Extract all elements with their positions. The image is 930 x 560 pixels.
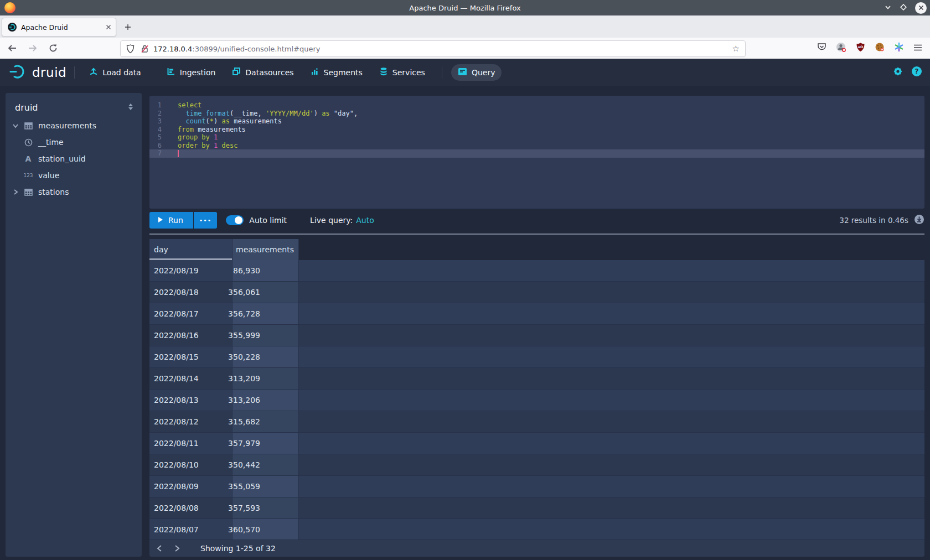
cell-measurements[interactable]: 356,061: [232, 282, 299, 303]
header-divider: [442, 66, 442, 79]
next-page-button[interactable]: [169, 541, 185, 556]
live-query-value[interactable]: Auto: [356, 216, 374, 225]
download-results-icon[interactable]: [914, 214, 924, 226]
cell-day[interactable]: 2022/08/19: [149, 260, 232, 281]
url-bar[interactable]: 172.18.0.4:30899/unified-console.html#qu…: [120, 40, 746, 57]
cell-day[interactable]: 2022/08/15: [149, 346, 232, 367]
tree-item-station-uuid[interactable]: A station_uuid: [6, 151, 142, 167]
services-icon: [379, 67, 388, 77]
cell-day[interactable]: 2022/08/17: [149, 303, 232, 324]
row-filler: [299, 260, 924, 281]
row-filler: [299, 519, 924, 540]
nav-datasources[interactable]: Datasources: [225, 64, 300, 81]
cell-day[interactable]: 2022/08/18: [149, 282, 232, 303]
druid-brand[interactable]: druid: [9, 63, 66, 82]
column-header-label: day: [154, 245, 168, 254]
new-tab-button[interactable]: [121, 20, 135, 34]
browser-tab[interactable]: Apache Druid: [2, 18, 116, 37]
window-maximize-button[interactable]: [900, 3, 907, 13]
nav-load-data[interactable]: Load data: [82, 64, 148, 81]
cell-day[interactable]: 2022/08/09: [149, 476, 232, 497]
url-text[interactable]: 172.18.0.4:30899/unified-console.html#qu…: [153, 45, 732, 53]
cell-measurements[interactable]: 355,059: [232, 476, 299, 497]
tree-item-measurements[interactable]: measurements: [6, 117, 142, 134]
schema-sidebar: druid measurements: [6, 93, 142, 557]
cell-day[interactable]: 2022/08/08: [149, 497, 232, 518]
cell-day[interactable]: 2022/08/11: [149, 433, 232, 454]
cell-day[interactable]: 2022/08/10: [149, 454, 232, 475]
cell-day[interactable]: 2022/08/16: [149, 325, 232, 346]
code-line: order by 1 desc: [178, 142, 924, 150]
cell-measurements[interactable]: 357,979: [232, 433, 299, 454]
chevron-down-icon[interactable]: [11, 122, 20, 129]
run-more-button[interactable]: •••: [194, 212, 217, 229]
ublock-origin-icon[interactable]: uO: [856, 43, 865, 54]
pocket-icon[interactable]: [817, 43, 826, 54]
cell-measurements[interactable]: 350,442: [232, 454, 299, 475]
code-line: from measurements: [178, 126, 924, 134]
colorful-asterisk-extension-icon[interactable]: [894, 42, 904, 54]
cell-measurements[interactable]: 356,728: [232, 303, 299, 324]
column-header-label: measurements: [236, 245, 294, 254]
screen: Apache Druid — Mozilla Firefox Apache Dr…: [0, 0, 930, 560]
druid-header: druid Load data Ingestion Datasources: [0, 59, 930, 86]
table-icon: [22, 122, 34, 129]
cell-measurements[interactable]: 355,999: [232, 325, 299, 346]
schema-selector[interactable]: druid: [15, 102, 38, 113]
row-filler: [299, 368, 924, 389]
tree-item-label: measurements: [38, 121, 96, 130]
auto-limit-toggle[interactable]: [226, 215, 244, 225]
cell-day[interactable]: 2022/08/12: [149, 411, 232, 432]
cell-measurements[interactable]: 315,682: [232, 411, 299, 432]
run-button[interactable]: Run: [149, 212, 193, 229]
nav-segments[interactable]: Segments: [304, 64, 369, 81]
cell-measurements[interactable]: 357,593: [232, 497, 299, 518]
nav-label: Segments: [324, 68, 363, 77]
lock-insecure-icon[interactable]: [141, 44, 149, 54]
svg-text:uO: uO: [858, 44, 863, 48]
cell-day[interactable]: 2022/08/14: [149, 368, 232, 389]
cell-measurements[interactable]: 313,209: [232, 368, 299, 389]
nav-query[interactable]: Query: [451, 64, 502, 81]
previous-page-button[interactable]: [152, 541, 167, 556]
cell-measurements[interactable]: 86,930: [232, 260, 299, 281]
nav-services[interactable]: Services: [373, 64, 432, 81]
column-header-day[interactable]: day: [149, 239, 232, 260]
text-cursor: [178, 150, 179, 157]
table-row: 2022/08/10350,442: [149, 454, 924, 476]
tab-close-icon[interactable]: [106, 24, 111, 30]
bookmark-star-icon[interactable]: ☆: [732, 44, 740, 54]
auto-limit-label: Auto limit: [249, 216, 287, 225]
line-number: 2: [149, 110, 166, 118]
double-caret-sort-icon[interactable]: [127, 102, 134, 113]
hamburger-menu-icon[interactable]: [913, 43, 922, 54]
extension-account-icon[interactable]: [836, 42, 846, 55]
window-minimize-button[interactable]: [884, 3, 892, 13]
cell-day[interactable]: 2022/08/13: [149, 390, 232, 411]
settings-gear-icon[interactable]: [892, 66, 903, 79]
reload-button[interactable]: [45, 40, 61, 56]
forward-button[interactable]: [25, 40, 40, 56]
sql-editor[interactable]: 1234567 select time_format(__time, 'YYYY…: [149, 96, 924, 209]
pagination-label: Showing 1-25 of 32: [200, 544, 276, 553]
tree-item-value[interactable]: 123 value: [6, 167, 142, 184]
pane-splitter[interactable]: [149, 234, 924, 235]
tree-item-time[interactable]: __time: [6, 134, 142, 151]
row-filler: [299, 303, 924, 324]
back-button[interactable]: [4, 40, 20, 56]
cell-measurements[interactable]: 350,228: [232, 346, 299, 367]
window-close-button[interactable]: [915, 2, 927, 14]
column-header-measurements[interactable]: measurements: [232, 239, 299, 260]
shield-icon[interactable]: [126, 44, 135, 54]
code-line: group by 1: [178, 133, 924, 142]
code-line: [178, 149, 924, 158]
chevron-right-icon[interactable]: [11, 189, 20, 195]
header-divider: [74, 66, 75, 79]
help-icon[interactable]: ?: [911, 66, 922, 79]
cell-day[interactable]: 2022/08/07: [149, 519, 232, 540]
cell-measurements[interactable]: 360,570: [232, 519, 299, 540]
cell-measurements[interactable]: 313,206: [232, 390, 299, 411]
cookie-extension-icon[interactable]: [875, 42, 885, 54]
nav-ingestion[interactable]: Ingestion: [160, 64, 223, 81]
tree-item-stations[interactable]: stations: [6, 184, 142, 200]
